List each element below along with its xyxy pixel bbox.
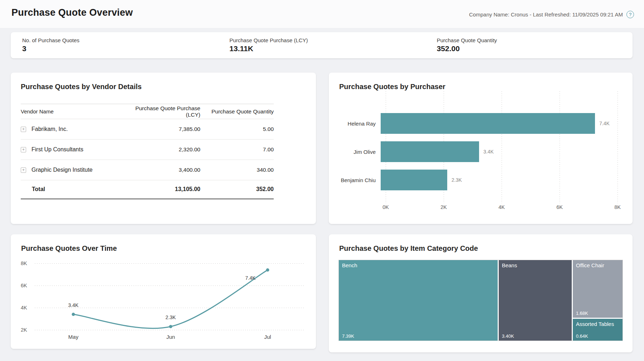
table-header-row: Vendor Name Purchase Quote Purchase (LCY… xyxy=(21,104,274,119)
kpi-no-of-purchase-quotes: No. of Purchase Quotes 3 xyxy=(11,32,218,58)
treemap-value: 7.39K xyxy=(342,333,354,339)
kpi-label: No. of Purchase Quotes xyxy=(22,37,218,43)
visual-title: Purchase Quotes by Vendor Details xyxy=(21,83,306,91)
data-point-jun[interactable] xyxy=(169,325,172,328)
company-last-refreshed-text: Company Name: Cronus - Last Refreshed: 1… xyxy=(469,11,623,18)
treemap-column: Office Chair 1.68K Assorted Tables 0.64K xyxy=(573,260,623,341)
bar-value-label: 2.3K xyxy=(452,177,462,183)
x-axis-tick: Jul xyxy=(264,334,271,340)
column-header-vendor-name: Vendor Name xyxy=(21,104,135,119)
line-series xyxy=(11,234,316,349)
header-bar: Purchase Quote Overview Company Name: Cr… xyxy=(0,0,644,28)
quantity-value: 340.00 xyxy=(200,160,274,180)
category-label: Benjamin Chiu xyxy=(329,177,381,183)
vendor-name: Graphic Design Institute xyxy=(31,167,93,173)
data-point-jul[interactable] xyxy=(266,268,269,272)
data-point-may[interactable] xyxy=(72,313,75,316)
kpi-label: Purchase Quote Purchase (LCY) xyxy=(229,37,425,43)
treemap-value: 3.40K xyxy=(502,333,514,339)
visual-title: Purchase Quotes by Item Category Code xyxy=(339,244,478,253)
x-axis-tick: 4K xyxy=(498,204,505,210)
bar-value-label: 3.4K xyxy=(483,149,494,155)
treemap-block-office-chair[interactable]: Office Chair 1.68K xyxy=(573,260,623,318)
data-point-label: 7.4K xyxy=(245,275,256,281)
x-axis-tick: 6K xyxy=(556,204,563,210)
expand-row-icon[interactable]: + xyxy=(21,167,26,173)
x-axis-tick: 8K xyxy=(614,204,621,210)
quantity-value: 7.00 xyxy=(200,140,274,160)
total-label: Total xyxy=(21,180,135,199)
kpi-value: 13.11K xyxy=(229,44,425,53)
quantity-value: 5.00 xyxy=(200,119,274,140)
treemap: Bench 7.39K Beans 3.40K Office Chair 1.6… xyxy=(339,260,623,341)
page-title: Purchase Quote Overview xyxy=(11,7,133,18)
kpi-strip: No. of Purchase Quotes 3 Purchase Quote … xyxy=(11,32,633,58)
vendor-name: First Up Consultants xyxy=(31,146,83,152)
bar-row-jim-olive: Jim Olive 3.4K xyxy=(329,141,633,162)
vendor-table: Vendor Name Purchase Quote Purchase (LCY… xyxy=(21,104,274,199)
treemap-label: Assorted Tables xyxy=(576,321,614,327)
bar-row-benjamin-chiu: Benjamin Chiu 2.3K xyxy=(329,170,633,190)
column-header-quantity: Purchase Quote Quantity xyxy=(200,104,274,119)
x-axis-tick: 0K xyxy=(382,204,389,210)
total-purchase-lcy: 13,105.00 xyxy=(135,180,200,199)
purchase-lcy-value: 7,385.00 xyxy=(135,119,200,140)
kpi-value: 3 xyxy=(22,44,218,53)
kpi-purchase-quote-purchase-lcy: Purchase Quote Purchase (LCY) 13.11K xyxy=(218,32,425,58)
bar-helena-ray[interactable] xyxy=(381,113,595,134)
bar-chart-plot: Helena Ray 7.4K Jim Olive 3.4K Benjamin … xyxy=(329,73,633,224)
vendor-name: Fabrikam, Inc. xyxy=(31,126,68,132)
treemap-label: Bench xyxy=(342,262,357,268)
treemap-value: 1.68K xyxy=(576,311,588,316)
bar-benjamin-chiu[interactable] xyxy=(381,170,447,190)
x-axis-tick: 2K xyxy=(440,204,447,210)
expand-row-icon[interactable]: + xyxy=(21,147,26,152)
vendor-details-card: Purchase Quotes by Vendor Details Vendor… xyxy=(11,73,316,224)
treemap-value: 0.64K xyxy=(576,333,588,339)
purchase-lcy-value: 2,320.00 xyxy=(135,140,200,160)
expand-row-icon[interactable]: + xyxy=(21,127,26,132)
treemap-label: Beans xyxy=(502,262,517,268)
table-total-row: Total 13,105.00 352.00 xyxy=(21,180,274,199)
total-quantity: 352.00 xyxy=(200,180,274,199)
help-icon[interactable]: ? xyxy=(626,11,634,18)
bar-row-helena-ray: Helena Ray 7.4K xyxy=(329,113,633,134)
treemap-block-beans[interactable]: Beans 3.40K xyxy=(499,260,572,341)
treemap-block-assorted-tables[interactable]: Assorted Tables 0.64K xyxy=(573,319,623,341)
over-time-chart-card: Purchase Quotes Over Time 8K 6K 4K 2K 3.… xyxy=(11,234,316,349)
data-point-label: 2.3K xyxy=(166,314,176,320)
purchaser-chart-card: Purchase Quotes by Purchaser Helena Ray … xyxy=(329,73,633,224)
purchase-lcy-value: 3,400.00 xyxy=(135,160,200,180)
category-label: Jim Olive xyxy=(329,149,381,155)
report-meta: Company Name: Cronus - Last Refreshed: 1… xyxy=(469,11,634,18)
table-row[interactable]: +Graphic Design Institute 3,400.00 340.0… xyxy=(21,160,274,180)
kpi-purchase-quote-quantity: Purchase Quote Quantity 352.00 xyxy=(425,32,633,58)
bar-jim-olive[interactable] xyxy=(381,141,479,162)
kpi-value: 352.00 xyxy=(437,44,633,53)
column-header-purchase-lcy: Purchase Quote Purchase (LCY) xyxy=(135,104,200,119)
kpi-label: Purchase Quote Quantity xyxy=(437,37,633,43)
table-row[interactable]: +First Up Consultants 2,320.00 7.00 xyxy=(21,140,274,160)
category-label: Helena Ray xyxy=(329,121,381,127)
table-row[interactable]: +Fabrikam, Inc. 7,385.00 5.00 xyxy=(21,119,274,140)
item-category-card: Purchase Quotes by Item Category Code Be… xyxy=(329,234,633,352)
treemap-block-bench[interactable]: Bench 7.39K xyxy=(339,260,498,341)
x-axis-tick: Jun xyxy=(166,334,175,340)
treemap-label: Office Chair xyxy=(576,262,604,268)
data-point-label: 3.4K xyxy=(68,302,79,308)
x-axis-tick: May xyxy=(68,334,78,340)
bar-value-label: 7.4K xyxy=(599,121,610,126)
